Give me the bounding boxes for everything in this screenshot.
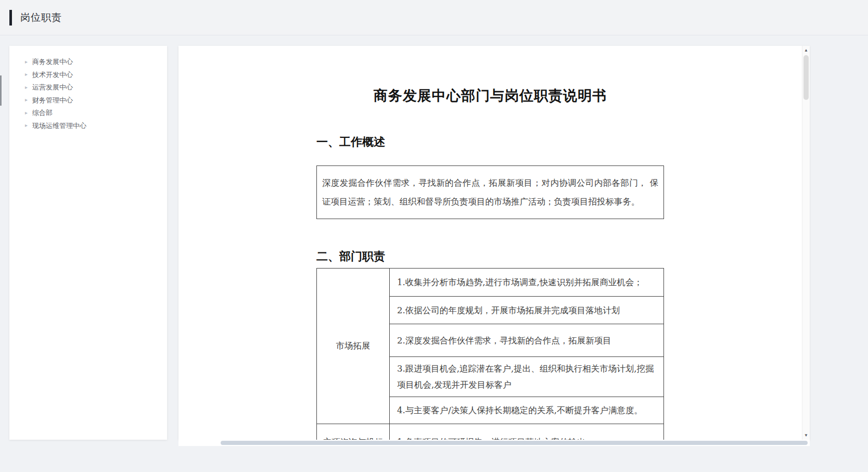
page-title: 岗位职责	[20, 11, 62, 24]
section-heading-duties: 二、部门职责	[316, 249, 664, 264]
caret-right-icon[interactable]: ▸	[25, 85, 32, 90]
overview-box: 深度发掘合作伙伴需求，寻找新的合作点，拓展新项目；对内协调公司内部各部门， 保证…	[316, 165, 664, 219]
duties-table: 市场拓展 1.收集并分析市场趋势,进行市场调查,快速识别并拓展商业机会； 2.依…	[316, 268, 664, 440]
title-accent-bar	[9, 10, 12, 25]
duty-cell: 2.依据公司的年度规划，开展市场拓展并完成项目落地计划	[390, 297, 664, 324]
sidebar-item-label: 财务管理中心	[32, 96, 73, 105]
horizontal-scrollbar-thumb[interactable]	[221, 441, 808, 445]
duty-cell: 1.负责项目的可研报告，进行项目落地方案的输出	[390, 424, 664, 440]
category-cell: 市场拓展	[317, 269, 390, 424]
duty-cell: 3.跟进项目机会,追踪潜在客户,提出、组织和执行相关市场计划,挖掘项目机会,发现…	[390, 357, 664, 397]
horizontal-scrollbar[interactable]	[178, 440, 810, 446]
table-row: 市场拓展 1.收集并分析市场趋势,进行市场调查,快速识别并拓展商业机会；	[317, 269, 664, 297]
sidebar-item-label: 运营发展中心	[32, 83, 73, 92]
vertical-scrollbar[interactable]: ▲ ▼	[802, 46, 810, 440]
caret-right-icon[interactable]: ▸	[25, 72, 32, 77]
sidebar-item-onsite-ops-center[interactable]: ▸ 现场运维管理中心	[9, 120, 167, 133]
scroll-up-icon[interactable]: ▲	[802, 46, 810, 54]
sidebar-item-label: 商务发展中心	[32, 57, 73, 67]
duty-cell: 2.深度发掘合作伙伴需求，寻找新的合作点，拓展新项目	[390, 324, 664, 357]
sidebar-item-label: 现场运维管理中心	[32, 121, 86, 131]
sidebar-item-business-dev-center[interactable]: ▸ 商务发展中心	[9, 56, 167, 69]
sidebar: ▸ 商务发展中心 ▸ 技术开发中心 ▸ 运营发展中心 ▸ 财务管理中心 ▸ 综合…	[9, 46, 167, 440]
scroll-down-icon[interactable]: ▼	[802, 431, 810, 439]
sidebar-item-operations-center[interactable]: ▸ 运营发展中心	[9, 81, 167, 94]
sidebar-item-label: 综合部	[32, 108, 53, 118]
overview-text: 深度发掘合作伙伴需求，寻找新的合作点，拓展新项目；对内协调公司内部各部门， 保证…	[322, 174, 658, 211]
sidebar-item-finance-center[interactable]: ▸ 财务管理中心	[9, 94, 167, 107]
page-vertical-scrollbar-thumb[interactable]	[0, 75, 2, 106]
vertical-scrollbar-thumb[interactable]	[803, 55, 809, 100]
table-row: 立项咨询与投标 1.负责项目的可研报告，进行项目落地方案的输出	[317, 424, 664, 440]
document-viewport[interactable]: 商务发展中心部门与岗位职责说明书 一、工作概述 深度发掘合作伙伴需求，寻找新的合…	[178, 46, 802, 440]
sidebar-item-label: 技术开发中心	[32, 70, 73, 80]
duty-cell: 4.与主要客户/决策人保持长期稳定的关系,不断提升客户满意度。	[390, 397, 664, 424]
caret-right-icon[interactable]: ▸	[25, 123, 32, 128]
document-title: 商务发展中心部门与岗位职责说明书	[316, 86, 664, 105]
sidebar-item-general-dept[interactable]: ▸ 综合部	[9, 107, 167, 120]
section-heading-overview: 一、工作概述	[316, 134, 664, 150]
caret-right-icon[interactable]: ▸	[25, 110, 32, 116]
caret-right-icon[interactable]: ▸	[25, 97, 32, 103]
duty-cell: 1.收集并分析市场趋势,进行市场调查,快速识别并拓展商业机会；	[390, 269, 664, 297]
sidebar-item-tech-dev-center[interactable]: ▸ 技术开发中心	[9, 69, 167, 82]
document: 商务发展中心部门与岗位职责说明书 一、工作概述 深度发掘合作伙伴需求，寻找新的合…	[316, 86, 664, 440]
app-header: 岗位职责	[0, 0, 868, 35]
category-cell: 立项咨询与投标	[317, 424, 390, 440]
content-panel: 商务发展中心部门与岗位职责说明书 一、工作概述 深度发掘合作伙伴需求，寻找新的合…	[178, 46, 810, 440]
caret-right-icon[interactable]: ▸	[25, 59, 32, 65]
